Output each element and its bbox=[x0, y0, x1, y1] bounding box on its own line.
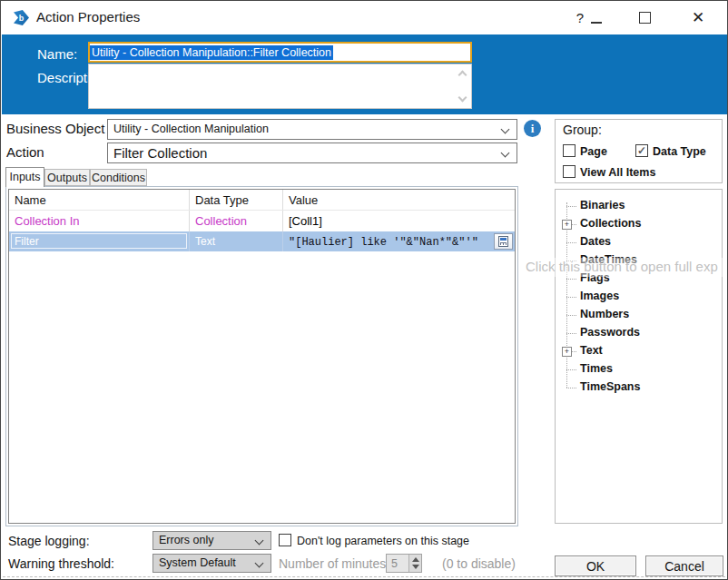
tree-connector bbox=[566, 333, 576, 334]
description-input[interactable] bbox=[88, 64, 472, 109]
stage-logging-dropdown[interactable]: Errors only bbox=[152, 531, 271, 550]
view-all-items-checkbox[interactable] bbox=[563, 165, 576, 178]
column-header-value[interactable]: Value bbox=[283, 190, 515, 210]
name-label: Name: bbox=[37, 46, 77, 62]
param-name-cell: Filter bbox=[9, 231, 190, 251]
tree-item-label: Images bbox=[580, 290, 619, 302]
tree-expand-icon[interactable]: + bbox=[562, 220, 572, 230]
expression-editor-button[interactable] bbox=[494, 233, 513, 250]
param-name: Collection In bbox=[9, 211, 190, 231]
tree-connector bbox=[566, 297, 576, 298]
table-row-selected[interactable]: Filter Text "[Haulier] like '"&"Nan*"&"'… bbox=[9, 231, 515, 251]
warning-threshold-value: System Default bbox=[159, 556, 236, 569]
tree-item-label: Times bbox=[580, 362, 613, 375]
maximize-button[interactable] bbox=[633, 1, 656, 34]
column-header-name[interactable]: Name bbox=[9, 190, 190, 210]
param-data-type: Text bbox=[190, 231, 283, 251]
scroll-up-icon[interactable] bbox=[458, 71, 467, 80]
group-panel: Group: Page ✓ Data Type View All Items bbox=[555, 119, 723, 183]
tree-item-timespans[interactable]: TimeSpans bbox=[556, 378, 722, 397]
tree-item-text[interactable]: + Text bbox=[556, 342, 722, 360]
spinner-up-icon[interactable] bbox=[412, 557, 419, 562]
tree-item-label: Numbers bbox=[580, 308, 629, 320]
chevron-down-icon bbox=[501, 149, 510, 158]
tree-item-dates[interactable]: Dates bbox=[556, 233, 722, 251]
window-title: Action Properties bbox=[36, 9, 140, 25]
stage-logging-label: Stage logging: bbox=[8, 534, 90, 548]
dialog-header: Name: Utility - Collection Manipulation:… bbox=[2, 34, 728, 114]
chevron-down-icon bbox=[255, 536, 264, 546]
page-checkbox-label: Page bbox=[580, 145, 607, 158]
parameters-table: Name Data Type Value Collection In Colle… bbox=[8, 189, 516, 524]
param-name-editbox[interactable]: Filter bbox=[11, 233, 187, 249]
business-object-label: Business Object bbox=[6, 121, 104, 136]
info-icon[interactable]: i bbox=[524, 120, 541, 137]
business-object-value: Utility - Collection Manipulation bbox=[113, 123, 269, 135]
inputs-tab-page: Name Data Type Value Collection In Colle… bbox=[5, 186, 518, 526]
title-bar[interactable]: b Action Properties ? ✕ bbox=[1, 1, 727, 34]
data-type-checkbox-label: Data Type bbox=[653, 145, 706, 158]
tree-item-label: Dates bbox=[580, 235, 611, 248]
fading-tooltip: Click this button to open full exp bbox=[521, 258, 728, 277]
tree-expand-icon[interactable]: + bbox=[562, 347, 572, 357]
close-button[interactable]: ✕ bbox=[684, 1, 712, 34]
tree-connector bbox=[566, 369, 576, 370]
chevron-down-icon bbox=[255, 559, 264, 568]
data-items-tree: Binaries + Collections Dates DateTimes F… bbox=[555, 189, 723, 524]
tree-connector bbox=[566, 279, 576, 280]
name-input-selected-text: Utility - Collection Manipulation::Filte… bbox=[90, 45, 333, 60]
business-object-dropdown[interactable]: Utility - Collection Manipulation bbox=[107, 119, 517, 140]
tree-item-passwords[interactable]: Passwords bbox=[556, 324, 722, 342]
column-header-data-type[interactable]: Data Type bbox=[190, 190, 283, 210]
spinner-down-icon[interactable] bbox=[412, 565, 419, 569]
blueprism-logo-icon: b bbox=[14, 10, 29, 25]
action-dropdown[interactable]: Filter Collection bbox=[107, 143, 517, 163]
tree-item-times[interactable]: Times bbox=[556, 360, 722, 378]
tab-conditions[interactable]: Conditions bbox=[90, 169, 147, 186]
chevron-down-icon bbox=[501, 125, 510, 134]
page-checkbox[interactable] bbox=[563, 144, 576, 157]
table-row[interactable]: Collection In Collection [Coll1] bbox=[9, 211, 515, 231]
disable-hint-label: (0 to disable) bbox=[442, 556, 516, 571]
cancel-button[interactable]: Cancel bbox=[645, 555, 723, 576]
table-header-row: Name Data Type Value bbox=[9, 190, 515, 211]
maximize-icon bbox=[639, 12, 651, 24]
scroll-down-icon[interactable] bbox=[458, 93, 467, 103]
action-label: Action bbox=[6, 144, 44, 160]
tree-connector bbox=[566, 242, 576, 243]
tree-item-numbers[interactable]: Numbers bbox=[556, 306, 722, 324]
tree-connector bbox=[566, 315, 576, 316]
param-value[interactable]: [Coll1] bbox=[283, 211, 515, 231]
tab-outputs[interactable]: Outputs bbox=[44, 169, 90, 186]
tree-item-binaries[interactable]: Binaries bbox=[556, 197, 722, 215]
dont-log-parameters-label: Don't log parameters on this stage bbox=[297, 535, 469, 547]
warning-threshold-label: Warning threshold: bbox=[8, 556, 114, 571]
tree-item-label: Passwords bbox=[580, 326, 640, 339]
minutes-value: 5 bbox=[391, 557, 398, 570]
tree-item-label: Binaries bbox=[580, 199, 625, 211]
tree-item-images[interactable]: Images bbox=[556, 288, 722, 306]
tab-inputs[interactable]: Inputs bbox=[5, 167, 44, 187]
tree-item-collections[interactable]: + Collections bbox=[556, 215, 722, 233]
dont-log-parameters-checkbox[interactable] bbox=[279, 534, 291, 546]
minimize-icon bbox=[591, 22, 602, 24]
resize-edge[interactable] bbox=[3, 576, 725, 577]
action-value: Filter Collection bbox=[113, 145, 207, 161]
spinner-buttons[interactable] bbox=[408, 555, 421, 572]
ok-button[interactable]: OK bbox=[555, 555, 636, 576]
minimize-button[interactable] bbox=[586, 1, 606, 34]
tree-item-label: Collections bbox=[580, 217, 641, 230]
view-all-items-checkbox-label: View All Items bbox=[580, 166, 655, 179]
tree-connector bbox=[566, 388, 576, 388]
tree-connector bbox=[566, 206, 576, 207]
param-value-expression[interactable]: "[Haulier] like '"&"Nan*"&"'" bbox=[283, 231, 515, 251]
action-properties-dialog: b Action Properties ? ✕ Name: Utility - … bbox=[0, 0, 728, 580]
warning-threshold-dropdown[interactable]: System Default bbox=[152, 554, 271, 573]
minutes-spinner[interactable]: 5 bbox=[386, 554, 422, 573]
data-type-checkbox[interactable]: ✓ bbox=[635, 144, 648, 157]
calculator-icon bbox=[498, 236, 508, 247]
name-input[interactable]: Utility - Collection Manipulation::Filte… bbox=[88, 42, 472, 63]
group-title: Group: bbox=[563, 123, 602, 137]
tree-item-label: TimeSpans bbox=[580, 380, 640, 393]
number-of-minutes-label: Number of minutes bbox=[279, 556, 386, 571]
